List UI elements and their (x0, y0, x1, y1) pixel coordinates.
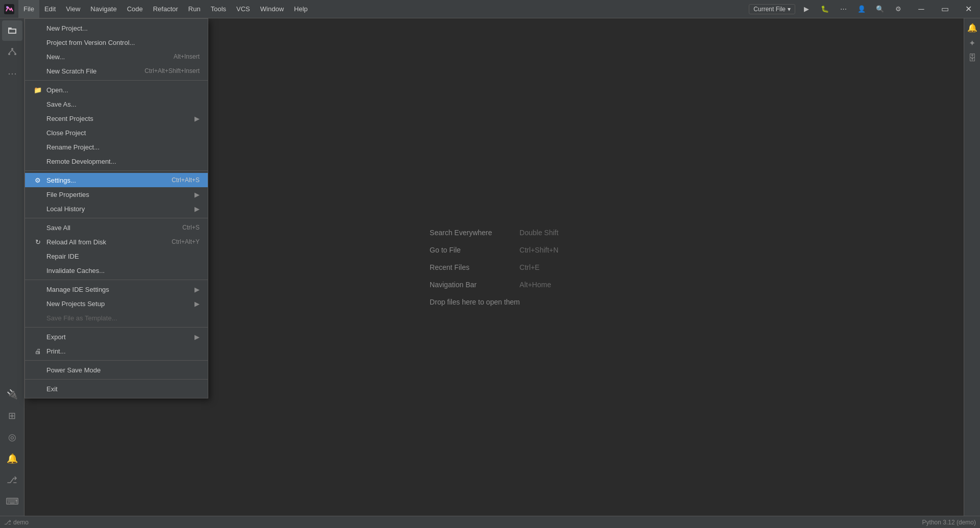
menu-window[interactable]: Window (255, 0, 289, 18)
project-vcs-label: Project from Version Control... (46, 39, 135, 46)
more-button[interactable]: ⋯ (836, 2, 850, 16)
settings-gear-button[interactable]: ⚙ (891, 2, 905, 16)
save-all-shortcut: Ctrl+S (182, 224, 200, 231)
menu-entry-scratch[interactable]: New Scratch File Ctrl+Alt+Shift+Insert (25, 64, 208, 78)
menu-view[interactable]: View (61, 0, 85, 18)
sep4 (25, 280, 208, 280)
menu-entry-open[interactable]: 📁 Open... (25, 83, 208, 97)
menu-entry-settings[interactable]: ⚙ Settings... Ctrl+Alt+S (25, 173, 208, 187)
profile-button[interactable]: 👤 (854, 2, 869, 16)
file-props-label: File Properties (46, 191, 89, 198)
run-config-chevron: ▾ (788, 6, 791, 13)
menu-entry-project-vcs[interactable]: Project from Version Control... (25, 35, 208, 49)
open-label: Open... (46, 86, 68, 94)
minimize-button[interactable]: ─ (910, 0, 933, 18)
settings-shortcut: Ctrl+Alt+S (172, 177, 200, 184)
recent-projects-arrow: ▶ (194, 115, 200, 122)
remote-dev-label: Remote Development... (46, 158, 116, 165)
sep5 (25, 327, 208, 328)
menu-edit[interactable]: Edit (39, 0, 61, 18)
scratch-label: New Scratch File (46, 67, 96, 75)
sep3 (25, 218, 208, 218)
menu-navigate[interactable]: Navigate (85, 0, 121, 18)
svg-point-1 (6, 6, 8, 8)
save-template-label: Save File as Template... (46, 314, 117, 322)
menu-entry-save-template[interactable]: Save File as Template... (25, 311, 208, 325)
menu-file[interactable]: File (18, 0, 39, 18)
local-history-arrow: ▶ (194, 205, 200, 213)
menu-entry-manage-ide[interactable]: Manage IDE Settings ▶ (25, 282, 208, 296)
menu-help[interactable]: Help (289, 0, 313, 18)
export-label: Export (46, 333, 66, 341)
window-controls: ─ ▭ ✕ (910, 0, 980, 18)
new-project-label: New Project... (46, 24, 88, 32)
save-all-label: Save All (46, 224, 70, 232)
local-history-label: Local History (46, 205, 85, 213)
maximize-button[interactable]: ▭ (933, 0, 957, 18)
invalidate-label: Invalidate Caches... (46, 267, 105, 274)
reload-icon: ↻ (33, 238, 42, 246)
sep6 (25, 360, 208, 361)
menu-tools[interactable]: Tools (206, 0, 231, 18)
file-props-arrow: ▶ (194, 191, 200, 198)
new-projects-setup-label: New Projects Setup (46, 300, 105, 308)
run-config-selector[interactable]: Current File ▾ (749, 4, 795, 14)
run-button[interactable]: ▶ (799, 2, 814, 16)
scratch-shortcut: Ctrl+Alt+Shift+Insert (144, 67, 200, 74)
menu-entry-remote-dev[interactable]: Remote Development... (25, 154, 208, 168)
close-project-label: Close Project (46, 129, 86, 137)
recent-projects-label: Recent Projects (46, 115, 93, 122)
menu-entry-reload[interactable]: ↻ Reload All from Disk Ctrl+Alt+Y (25, 235, 208, 249)
menu-entry-new[interactable]: New... Alt+Insert (25, 49, 208, 64)
menu-run[interactable]: Run (183, 0, 206, 18)
new-projects-setup-arrow: ▶ (194, 300, 200, 308)
save-as-label: Save As... (46, 100, 77, 108)
run-config-label: Current File (753, 6, 786, 13)
titlebar: File Edit View Navigate Code Refactor Ru… (0, 0, 980, 18)
titlebar-right: Current File ▾ ▶ 🐛 ⋯ 👤 🔍 ⚙ (749, 2, 910, 16)
menu-entry-power-save[interactable]: Power Save Mode (25, 363, 208, 377)
app-logo (0, 0, 18, 18)
dropdown-overlay: New Project... Project from Version Cont… (0, 18, 980, 528)
menu-entry-repair-ide[interactable]: Repair IDE (25, 249, 208, 263)
menu-entry-export[interactable]: Export ▶ (25, 330, 208, 344)
menu-entry-rename-project[interactable]: Rename Project... (25, 140, 208, 154)
menu-entry-file-props[interactable]: File Properties ▶ (25, 187, 208, 202)
menu-entry-save-all[interactable]: Save All Ctrl+S (25, 220, 208, 235)
reload-shortcut: Ctrl+Alt+Y (172, 238, 200, 245)
manage-ide-arrow: ▶ (194, 286, 200, 293)
repair-ide-label: Repair IDE (46, 253, 79, 260)
menu-entry-print[interactable]: 🖨 Print... (25, 344, 208, 358)
export-arrow: ▶ (194, 333, 200, 341)
settings-label: Settings... (46, 177, 76, 184)
menu-vcs[interactable]: VCS (231, 0, 255, 18)
close-button[interactable]: ✕ (957, 0, 980, 18)
menu-entry-recent-projects[interactable]: Recent Projects ▶ (25, 111, 208, 125)
menu-entry-close-project[interactable]: Close Project (25, 125, 208, 140)
search-everywhere-button[interactable]: 🔍 (873, 2, 887, 16)
sep1 (25, 80, 208, 81)
settings-icon: ⚙ (33, 177, 42, 184)
print-icon: 🖨 (33, 347, 42, 355)
menu-refactor[interactable]: Refactor (148, 0, 183, 18)
rename-project-label: Rename Project... (46, 143, 100, 151)
exit-label: Exit (46, 385, 58, 393)
menu-entry-new-projects-setup[interactable]: New Projects Setup ▶ (25, 296, 208, 311)
menu-entry-exit[interactable]: Exit (25, 382, 208, 396)
menu-entry-local-history[interactable]: Local History ▶ (25, 202, 208, 216)
debug-button[interactable]: 🐛 (818, 2, 832, 16)
menu-entry-save-as[interactable]: Save As... (25, 97, 208, 111)
new-label: New... (46, 53, 65, 61)
power-save-label: Power Save Mode (46, 366, 101, 374)
manage-ide-label: Manage IDE Settings (46, 286, 109, 293)
menu-entry-new-project[interactable]: New Project... (25, 21, 208, 35)
menu-entry-invalidate[interactable]: Invalidate Caches... (25, 263, 208, 278)
open-folder-icon: 📁 (33, 86, 42, 94)
file-menu-dropdown: New Project... Project from Version Cont… (24, 18, 208, 398)
menu-code[interactable]: Code (122, 0, 148, 18)
sep7 (25, 379, 208, 380)
menu-bar: File Edit View Navigate Code Refactor Ru… (18, 0, 749, 18)
print-label: Print... (46, 347, 66, 355)
new-shortcut: Alt+Insert (174, 53, 200, 60)
sep2 (25, 170, 208, 171)
